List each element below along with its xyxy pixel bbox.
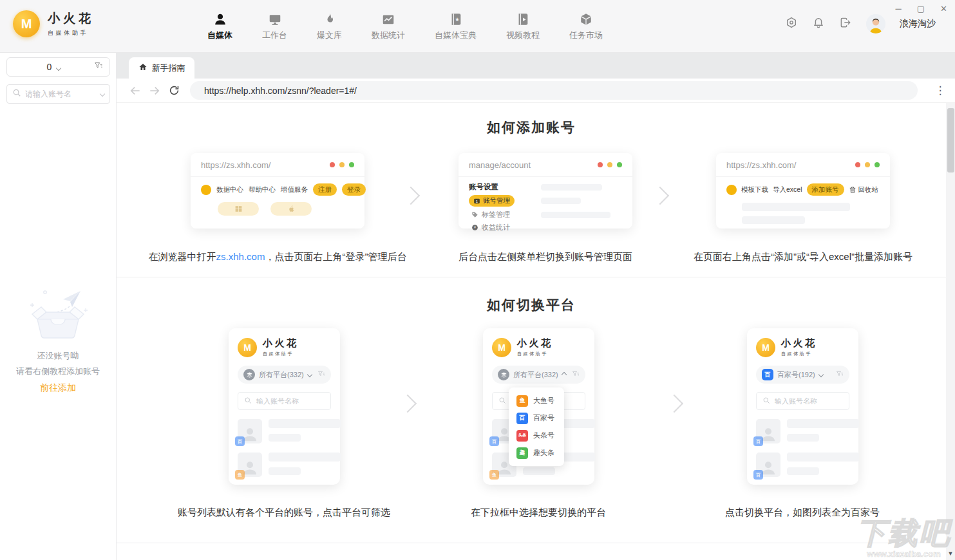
scrollbar-thumb[interactable] — [947, 108, 954, 173]
mock-search-box: 输入账号名称 — [238, 392, 331, 410]
baijia-platform-icon: 百 — [762, 369, 773, 380]
search-icon — [12, 88, 21, 100]
platform-badge-baijia: 百 — [235, 436, 245, 446]
address-bar — [190, 81, 918, 100]
monitor-icon — [268, 12, 282, 26]
platform-selector-label: 百家号(192) — [777, 370, 815, 380]
search-icon — [498, 397, 506, 406]
account-avatar: 鱼 — [238, 453, 262, 477]
placeholder-bar — [541, 212, 610, 218]
mock-url: https://zs.xhh.com/ — [726, 160, 855, 170]
baijia-platform-icon: 百 — [516, 413, 528, 424]
nav-label: 爆文库 — [317, 30, 342, 41]
placeholder-bar — [269, 453, 341, 462]
empty-state: 还没账号呦 请看右侧教程添加账号 前往添加 — [0, 279, 116, 394]
traffic-red-dot — [330, 162, 335, 167]
platform-selector-open: 所有平台(332) — [492, 366, 585, 384]
empty-hint: 请看右侧教程添加账号 — [0, 366, 116, 377]
apple-download-pill — [270, 202, 312, 216]
placeholder-bar — [787, 467, 819, 475]
mock-app-subtitle: 自媒体助手 — [781, 351, 817, 357]
maximize-button[interactable]: ▢ — [917, 4, 925, 14]
layers-icon — [498, 369, 509, 380]
mock-browser-header: https://zs.xhh.com/ — [191, 153, 364, 177]
tab-beginner-guide[interactable]: 新手指南 — [129, 57, 194, 79]
account-search-input[interactable] — [25, 89, 97, 98]
account-avatar: 百 — [756, 419, 780, 443]
nav-item-video-tutorials[interactable]: 视频教程 — [506, 12, 540, 41]
chevron-down-icon — [56, 66, 61, 71]
nav-item-handbook[interactable]: ★ 自媒体宝典 — [435, 12, 477, 41]
nav-label: 自媒体 — [207, 30, 232, 41]
chevron-down-icon[interactable] — [100, 91, 105, 97]
forward-icon[interactable] — [145, 84, 164, 97]
close-button[interactable]: ✕ — [940, 4, 947, 14]
app-subtitle: 自媒体助手 — [48, 29, 94, 37]
top-actions: 浪海淘沙 — [785, 14, 936, 33]
filter-funnel-icon — [836, 370, 844, 379]
mock-nav-link: 增值服务 — [281, 185, 308, 194]
empty-title: 还没账号呦 — [0, 350, 116, 362]
platform-badge-dayu: 鱼 — [235, 470, 245, 480]
id-card-icon: 1 — [473, 198, 480, 205]
back-icon[interactable] — [126, 84, 145, 97]
tab-label: 新手指南 — [152, 62, 185, 74]
mock-app-baijia-filtered: M 小火花自媒体助手 百 百家号(192) 输入账号名称 百 — [747, 328, 858, 485]
nav-item-statistics[interactable]: 数据统计 — [372, 12, 405, 41]
mock-url: manage/account — [469, 160, 598, 170]
tutorial-card-login: https://zs.xhh.com/ 数据中心 帮助中心 增值服务 注册 登录 — [191, 153, 364, 229]
account-count: 0 — [14, 62, 94, 72]
nav-item-workbench[interactable]: 工作台 — [262, 12, 287, 41]
user-name[interactable]: 浪海淘沙 — [900, 18, 936, 30]
url-input[interactable] — [204, 86, 903, 96]
mock-site-logo — [726, 185, 737, 195]
empty-box-illustration — [19, 279, 97, 344]
mock-account-item: 百 — [756, 419, 849, 443]
notifications-bell-icon[interactable] — [812, 16, 825, 32]
chevron-right-icon — [402, 187, 420, 205]
traffic-lights — [855, 162, 880, 167]
section-divider — [117, 543, 946, 543]
app-window: ─ ▢ ✕ M 小火花 自媒体助手 自媒体 工作台 爆文库 — [0, 0, 955, 560]
browser-toolbar: ⋮ — [117, 79, 955, 103]
top-navigation: 自媒体 工作台 爆文库 数据统计 ★ 自媒体宝典 视频教程 — [207, 0, 603, 53]
logo-icon: M — [492, 338, 511, 357]
placeholder-bar — [742, 216, 805, 224]
page-scrollbar: ▼ — [946, 103, 955, 560]
cube-icon — [579, 12, 593, 26]
nav-item-media[interactable]: 自媒体 — [207, 12, 232, 41]
caption-dropdown-select: 在下拉框中选择想要切换的平台 — [390, 507, 686, 519]
mock-app-subtitle: 自媒体助手 — [517, 351, 553, 357]
minimize-button[interactable]: ─ — [896, 4, 902, 14]
settings-gear-icon[interactable] — [785, 16, 798, 32]
zs-xhh-link[interactable]: zs.xhh.com — [216, 251, 265, 262]
mock-add-account-button: 添加账号 — [807, 183, 844, 196]
mock-template-link: 模板下载 — [741, 185, 768, 194]
logo-icon: M — [238, 338, 257, 357]
traffic-green-dot — [349, 162, 354, 167]
refresh-icon[interactable] — [164, 84, 184, 97]
user-avatar[interactable] — [866, 14, 885, 33]
mock-app-title: 小火花 — [781, 337, 817, 350]
placeholder-bar — [742, 203, 850, 211]
go-add-link[interactable]: 前往添加 — [0, 382, 116, 394]
filter-funnel-icon[interactable] — [94, 61, 103, 73]
traffic-lights — [598, 162, 622, 167]
overflow-menu-icon[interactable]: ⋮ — [931, 84, 950, 97]
platform-badge-baijia: 百 — [489, 436, 499, 446]
svg-text:1: 1 — [476, 199, 478, 203]
placeholder-bar — [269, 467, 301, 475]
dayu-platform-icon: 鱼 — [516, 395, 528, 407]
mock-search-placeholder: 输入账号名称 — [775, 397, 817, 406]
book-star-icon: ★ — [449, 12, 463, 26]
account-count-dropdown[interactable]: 0 — [6, 57, 110, 77]
chevron-right-icon — [399, 395, 417, 413]
scrollbar-down-arrow[interactable]: ▼ — [946, 550, 955, 557]
mock-menu-tag: 标签管理 — [482, 210, 510, 219]
nav-item-hot-articles[interactable]: 爆文库 — [317, 12, 342, 41]
dropdown-item-dayu: 鱼 大鱼号 — [509, 392, 564, 409]
nav-item-task-market[interactable]: 任务市场 — [569, 12, 603, 41]
chevron-right-icon — [665, 395, 683, 413]
logout-icon[interactable] — [839, 16, 852, 32]
tutorial-card-account-menu: manage/account 账号设置 1 账号管理 — [459, 153, 632, 229]
